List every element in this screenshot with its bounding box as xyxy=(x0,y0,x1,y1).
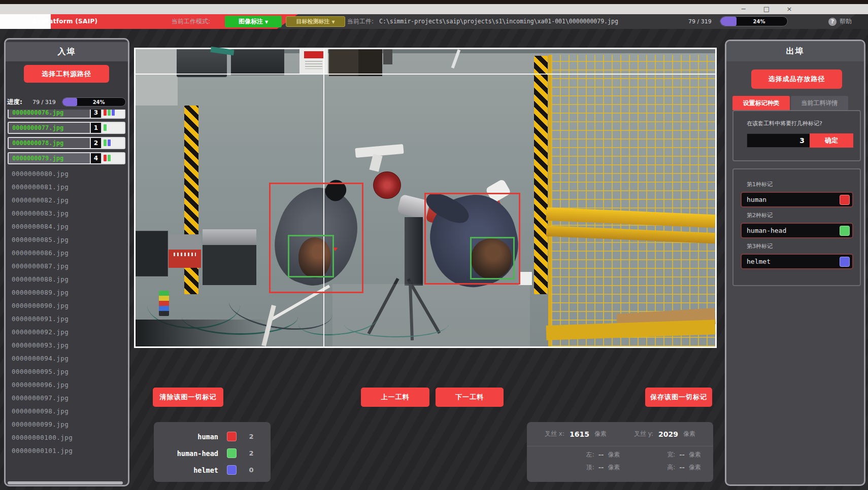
file-list-item[interactable]: 0000000092.jpg xyxy=(6,326,128,339)
crosshair-horizontal-line xyxy=(136,74,715,75)
file-list-item[interactable]: 0000000089.jpg xyxy=(6,286,128,299)
cross-y-label: 叉丝 y: xyxy=(634,430,653,438)
file-list-item[interactable]: 0000000099.jpg xyxy=(6,418,128,431)
tab-current-workpiece-details[interactable]: 当前工料详情 xyxy=(791,96,848,110)
label-count-question: 在该套工料中将要打几种标记? xyxy=(747,120,853,127)
label-legend-panel: human 2 human-head 2 helmet 0 xyxy=(154,422,271,482)
tab-set-label-types[interactable]: 设置标记种类 xyxy=(732,96,790,110)
window-titlebar: − □ × xyxy=(0,4,868,14)
file-list-item[interactable]: 0000000096.jpg xyxy=(6,378,128,392)
pixel-unit: 像素 xyxy=(608,450,620,459)
annotated-file-row[interactable]: 0000000078.jpg 2 xyxy=(8,137,125,149)
label-color-indicator xyxy=(102,153,124,163)
label-name-field[interactable]: human xyxy=(741,192,853,207)
file-list-item[interactable]: 0000000086.jpg xyxy=(6,247,128,260)
box-left-value: -- xyxy=(598,451,604,459)
progress-bar: 24% xyxy=(720,16,788,26)
shadow-area xyxy=(136,320,269,346)
minimize-button[interactable]: − xyxy=(737,4,750,14)
cross-y-value: 2029 xyxy=(658,430,678,438)
pixel-unit: 像素 xyxy=(689,450,701,459)
restore-button[interactable]: □ xyxy=(760,4,773,14)
chevron-down-icon: ▼ xyxy=(265,20,268,24)
legend-label: human xyxy=(154,433,218,441)
current-file-label: 当前工件: xyxy=(347,14,374,29)
file-list-item[interactable]: 0000000098.jpg xyxy=(6,405,128,418)
label-definition: 第1种标记 human xyxy=(741,181,853,207)
legend-row: helmet 0 xyxy=(154,462,271,478)
annotated-file-row[interactable]: 0000000077.jpg 1 xyxy=(8,122,125,134)
app-window: − □ × AI Platform (SAIP) 当前工作模式: 图像标注▼ 目… xyxy=(0,0,868,490)
help-button[interactable]: ? 帮助 xyxy=(828,14,852,29)
file-list-item[interactable]: 0000000094.jpg xyxy=(6,352,128,365)
horizontal-scrollbar[interactable] xyxy=(8,481,123,484)
mode-object-detection-label: 目标检测标注 xyxy=(296,18,329,25)
output-tabs: 设置标记种类 当前工料详情 xyxy=(732,96,848,110)
previous-workpiece-button[interactable]: 上一工料 xyxy=(361,388,429,407)
annotation-canvas[interactable] xyxy=(134,48,717,348)
progress-percent-text: 24% xyxy=(726,17,788,26)
robot-red-flange xyxy=(373,171,401,199)
file-list-item[interactable]: 0000000084.jpg xyxy=(6,220,128,233)
mode-image-annotation-label: 图像标注 xyxy=(239,18,263,25)
file-name: 0000000077.jpg xyxy=(9,123,90,133)
box-width-value: -- xyxy=(679,451,685,459)
annotated-file-row[interactable]: 0000000076.jpg 3 xyxy=(8,110,125,119)
file-list-item[interactable]: 00000000100.jpg xyxy=(6,431,128,444)
cross-x-value: 1615 xyxy=(570,430,589,438)
box-width-label: 宽: xyxy=(667,450,675,459)
work-mode-label: 当前工作模式: xyxy=(172,14,210,29)
label-count-input[interactable]: 3 xyxy=(747,133,810,148)
label-name-field[interactable]: helmet xyxy=(741,254,853,269)
label-color-chip[interactable] xyxy=(840,226,850,236)
control-cabinet xyxy=(136,231,168,276)
label-color-chip[interactable] xyxy=(840,257,850,267)
label-color-chip[interactable] xyxy=(840,195,850,205)
sidebar-progress-bar: 24% xyxy=(62,97,126,107)
annotation-count-badge: 3 xyxy=(91,110,101,118)
confirm-button[interactable]: 确定 xyxy=(810,133,853,148)
clear-annotations-button[interactable]: 清除该图一切标记 xyxy=(153,388,223,407)
file-list-item[interactable]: 0000000091.jpg xyxy=(6,312,128,326)
screen-top-strip xyxy=(0,0,868,4)
annotation-count-badge: 1 xyxy=(91,123,101,133)
legend-color-chip xyxy=(227,448,237,458)
mode-image-annotation-button[interactable]: 图像标注▼ xyxy=(225,16,282,27)
next-workpiece-button[interactable]: 下一工料 xyxy=(436,388,504,407)
legend-count: 2 xyxy=(237,449,266,457)
brand-title: AI Platform (SAIP) xyxy=(32,14,97,29)
file-list-item[interactable]: 0000000081.jpg xyxy=(6,181,128,194)
select-source-path-button[interactable]: 选择工料源路径 xyxy=(24,65,109,83)
file-list[interactable]: 0000000076.jpg 3 0000000077.jpg 1 000000… xyxy=(6,110,128,480)
progress-count-text: 79 / 319 xyxy=(32,99,56,106)
box-top-value: -- xyxy=(598,464,604,471)
file-list-item[interactable]: 0000000093.jpg xyxy=(6,339,128,352)
welder-machine xyxy=(169,234,201,268)
label-caption: 第2种标记 xyxy=(747,212,853,219)
annotation-box-human-head[interactable] xyxy=(288,235,333,277)
mode-object-detection-button[interactable]: 目标检测标注▼ xyxy=(286,16,345,27)
pixel-unit: 像素 xyxy=(683,430,695,438)
app-bar: AI Platform (SAIP) 当前工作模式: 图像标注▼ 目标检测标注▼… xyxy=(0,14,868,29)
file-list-item[interactable]: 00000000101.jpg xyxy=(6,444,128,458)
save-annotations-button[interactable]: 保存该图一切标记 xyxy=(645,388,712,407)
label-color-indicator xyxy=(102,110,124,118)
file-list-item[interactable]: 0000000082.jpg xyxy=(6,194,128,207)
file-list-item[interactable]: 0000000087.jpg xyxy=(6,260,128,273)
label-name-field[interactable]: human-head xyxy=(741,223,853,238)
file-list-item[interactable]: 0000000090.jpg xyxy=(6,299,128,312)
file-list-item[interactable]: 0000000085.jpg xyxy=(6,233,128,247)
annotation-box-human-head[interactable] xyxy=(470,237,515,279)
file-list-item[interactable]: 0000000088.jpg xyxy=(6,273,128,286)
select-output-path-button[interactable]: 选择成品存放路径 xyxy=(751,69,842,89)
annotated-file-row[interactable]: 0000000079.jpg 4 xyxy=(8,152,125,164)
white-box-on-floor xyxy=(519,272,532,285)
file-list-item[interactable]: 0000000095.jpg xyxy=(6,365,128,378)
file-list-item[interactable]: 0000000097.jpg xyxy=(6,392,128,405)
legend-row: human-head 2 xyxy=(154,445,271,462)
file-list-item[interactable]: 0000000080.jpg xyxy=(6,167,128,181)
close-button[interactable]: × xyxy=(783,4,796,14)
file-list-item[interactable]: 0000000083.jpg xyxy=(6,207,128,220)
legend-count: 0 xyxy=(237,466,266,474)
label-name-value: human-head xyxy=(747,227,840,234)
